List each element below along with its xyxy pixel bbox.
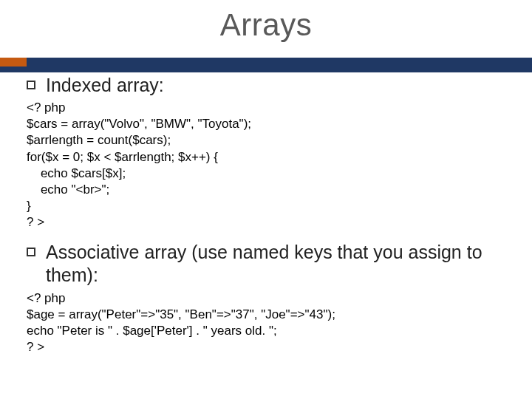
- bullet-item: Associative array (use named keys that y…: [27, 241, 505, 287]
- bullet-heading: Associative array (use named keys that y…: [46, 241, 505, 287]
- bullet-square-icon: [27, 81, 35, 89]
- accent-tab: [0, 58, 27, 66]
- bullet-square-icon: [27, 248, 35, 256]
- code-block: <? php $cars = array("Volvo", "BMW", "To…: [27, 100, 505, 231]
- slide-content: Indexed array: <? php $cars = array("Vol…: [27, 74, 505, 355]
- slide: Arrays Indexed array: <? php $cars = arr…: [0, 0, 532, 399]
- bullet-heading: Indexed array:: [46, 74, 164, 97]
- code-block: <? php $age = array("Peter"=>"35", "Ben"…: [27, 290, 505, 355]
- accent-band: [0, 58, 532, 72]
- bullet-item: Indexed array:: [27, 74, 505, 97]
- slide-title: Arrays: [27, 7, 505, 43]
